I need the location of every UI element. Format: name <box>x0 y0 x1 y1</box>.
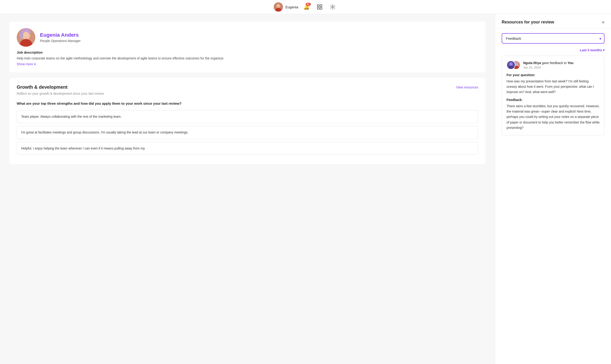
notifications-button[interactable]: 🔔 9+ <box>302 2 311 12</box>
profile-name: Eugenia Anders <box>40 32 80 38</box>
resource-type-dropdown[interactable]: Feedback Goals Notes Check-ins <box>502 33 604 44</box>
svg-point-3 <box>277 4 280 7</box>
filter-label: Last 3 months <box>580 48 602 52</box>
giver-avatar <box>507 61 515 69</box>
notification-badge: 9+ <box>306 3 311 6</box>
date-filter-button[interactable]: Last 3 months ▾ <box>580 48 604 52</box>
view-resources-button[interactable]: View resources <box>456 85 478 89</box>
feedback-date: Jan 31, 2024 <box>523 66 600 69</box>
question-label: For your question: <box>507 73 600 77</box>
svg-rect-6 <box>317 7 319 9</box>
svg-point-14 <box>23 32 29 37</box>
profile-avatar <box>17 28 35 47</box>
header-avatar <box>274 2 283 12</box>
job-description-text: Help train corporate teams on the agile … <box>17 56 478 61</box>
right-panel-header: Resources for your review × <box>495 14 611 28</box>
filter-chevron-icon: ▾ <box>603 48 604 52</box>
profile-card: Eugenia Anders People Operations Manager… <box>9 22 486 72</box>
feedback-card-header: Nguta Ithya gave feedback to You Jan 31,… <box>507 61 600 69</box>
close-button[interactable]: × <box>602 20 604 25</box>
right-panel-title: Resources for your review <box>502 20 554 25</box>
job-description-label: Job description <box>17 50 478 54</box>
svg-point-8 <box>332 6 333 8</box>
growth-title: Growth & development <box>17 84 67 90</box>
growth-question: What are your top three strengths and ho… <box>17 101 478 106</box>
grid-button[interactable] <box>315 2 324 12</box>
chevron-down-icon: ▾ <box>34 62 36 66</box>
main-layout: Eugenia Anders People Operations Manager… <box>0 14 611 364</box>
feedback-recipient: You <box>568 61 573 65</box>
answer-box-1: Team player. Always collaborating with t… <box>17 110 478 123</box>
left-panel: Eugenia Anders People Operations Manager… <box>0 14 495 364</box>
filter-row: Last 3 months ▾ <box>502 48 604 52</box>
header-username: Eugenia <box>285 5 298 9</box>
right-panel: Resources for your review × Feedback Goa… <box>495 14 611 364</box>
settings-button[interactable] <box>328 2 337 12</box>
feedback-meta: Nguta Ithya gave feedback to You Jan 31,… <box>523 61 600 69</box>
growth-card: Growth & development View resources Refl… <box>9 78 486 164</box>
feedback-giver-text: Nguta Ithya gave feedback to You <box>523 61 600 65</box>
right-panel-content: Feedback Goals Notes Check-ins ▾ Last 3 … <box>495 28 611 364</box>
svg-rect-7 <box>320 7 322 9</box>
svg-point-13 <box>20 31 23 39</box>
feedback-card: Nguta Ithya gave feedback to You Jan 31,… <box>502 56 604 135</box>
avatar-stack <box>507 61 520 69</box>
svg-rect-5 <box>320 5 322 6</box>
question-text-content: How was my presentation from last week? … <box>507 79 600 95</box>
header: Eugenia 🔔 9+ <box>0 0 611 14</box>
feedback-label: Feedback: <box>507 98 600 102</box>
profile-title: People Operations Manager <box>40 39 80 43</box>
growth-subtitle: Reflect on your growth & development sin… <box>17 92 478 95</box>
answer-box-2: I'm great at facilitates meetings and gr… <box>17 126 478 139</box>
feedback-text-content: There were a few stumbles, but you quick… <box>507 104 600 130</box>
profile-top: Eugenia Anders People Operations Manager <box>17 28 478 47</box>
svg-point-18 <box>510 63 512 65</box>
profile-info: Eugenia Anders People Operations Manager <box>40 32 80 43</box>
answer-box-3: Helpful. I enjoy helping the team wherev… <box>17 142 478 155</box>
dropdown-container: Feedback Goals Notes Check-ins ▾ <box>502 33 604 44</box>
user-profile-button[interactable]: Eugenia <box>274 2 298 12</box>
job-description-section: Job description Help train corporate tea… <box>17 50 478 66</box>
show-more-button[interactable]: Show more ▾ <box>17 62 36 66</box>
giver-name: Nguta Ithya <box>523 61 541 65</box>
svg-rect-4 <box>317 5 319 6</box>
growth-header: Growth & development View resources <box>17 84 478 90</box>
